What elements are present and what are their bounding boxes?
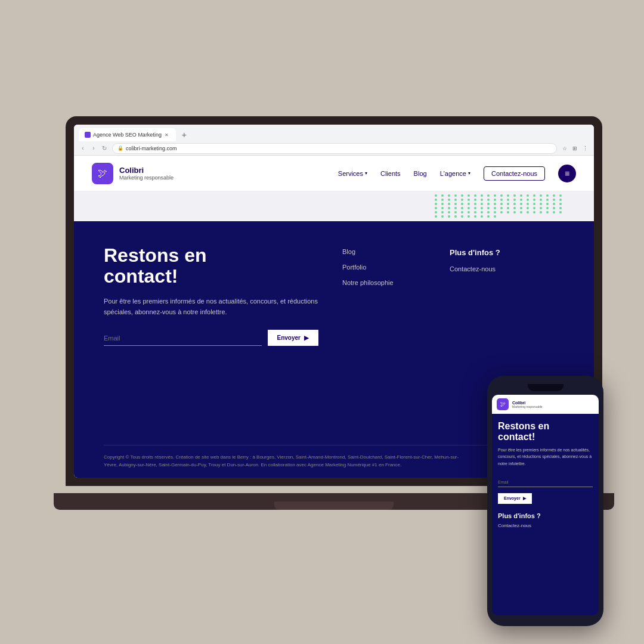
site-nav: 🕊 Colibri Marketing responsable Services… <box>74 156 594 191</box>
footer-menu-blog[interactable]: Blog <box>342 248 426 255</box>
footer-email-input[interactable] <box>104 331 262 346</box>
lock-icon: 🔒 <box>117 145 123 151</box>
nav-link-blog[interactable]: Blog <box>414 170 427 177</box>
phone-logo-icon: 🕊 <box>497 398 509 410</box>
site-nav-links: Services ▾ Clients Blog L'agence ▾ Conta… <box>338 165 576 182</box>
logo-name: Colibri <box>119 166 174 175</box>
footer-send-button[interactable]: Envoyer ▶ <box>268 330 318 346</box>
arrow-right-icon: ▶ <box>304 335 309 341</box>
address-bar[interactable]: 🔒 colibri-marketing.com <box>112 143 557 154</box>
scene: Agence Web SEO Marketing ✕ + ‹ › ↻ 🔒 <box>0 0 644 644</box>
phone-send-button[interactable]: Envoyer ▶ <box>498 493 532 504</box>
phone-logo-text: Colibri Marketing responsable <box>512 401 543 408</box>
footer-heading: Restons en contact! <box>104 245 318 287</box>
site-hero <box>74 191 594 221</box>
footer-section-title: Plus d'infos ? <box>450 248 533 257</box>
browser-chrome: Agence Web SEO Marketing ✕ + ‹ › ↻ 🔒 <box>74 125 594 156</box>
tab-close-icon[interactable]: ✕ <box>164 132 170 138</box>
refresh-button[interactable]: ↻ <box>100 144 109 153</box>
browser-actions: ☆ ⊞ ⋮ <box>561 144 589 153</box>
chevron-down-icon: ▾ <box>468 171 470 176</box>
browser-nav-buttons: ‹ › ↻ <box>79 144 109 153</box>
phone-notch <box>528 384 564 391</box>
laptop-base-inner <box>274 501 394 510</box>
dots-pattern <box>435 194 564 218</box>
phone-nav: 🕊 Colibri Marketing responsable <box>492 395 599 414</box>
chevron-down-icon: ▾ <box>365 171 367 176</box>
phone-logo-name: Colibri <box>512 401 543 405</box>
nav-link-agence[interactable]: L'agence ▾ <box>440 170 470 177</box>
phone-heading: Restons en contact! <box>498 421 593 442</box>
browser-addressbar: ‹ › ↻ 🔒 colibri-marketing.com ☆ ⊞ ⋮ <box>74 141 594 155</box>
contact-button[interactable]: Contactez-nous <box>484 166 545 181</box>
forward-button[interactable]: › <box>89 144 98 153</box>
phone-content: Restons en contact! Pour être les premie… <box>492 414 599 615</box>
back-button[interactable]: ‹ <box>79 144 87 153</box>
extension-icon[interactable]: ⊞ <box>571 144 579 153</box>
phone-screen: 🕊 Colibri Marketing responsable Restons … <box>492 395 599 615</box>
footer-left: Restons en contact! Pour être les premie… <box>104 245 318 433</box>
tab-label: Agence Web SEO Marketing <box>93 132 162 138</box>
footer-middle: Blog Portfolio Notre philosophie <box>342 245 426 433</box>
footer-email-row: Envoyer ▶ <box>104 330 318 346</box>
footer-description: Pour être les premiers informés de nos a… <box>104 296 318 317</box>
menu-icon[interactable]: ⋮ <box>581 144 589 153</box>
browser-tab[interactable]: Agence Web SEO Marketing ✕ <box>79 128 176 141</box>
phone-logo-tagline: Marketing responsable <box>512 405 543 408</box>
footer-menu-portfolio[interactable]: Portfolio <box>342 264 426 271</box>
bookmark-icon[interactable]: ☆ <box>561 144 569 153</box>
nav-link-clients[interactable]: Clients <box>380 170 401 177</box>
phone: 🕊 Colibri Marketing responsable Restons … <box>487 376 603 626</box>
phone-contact-link[interactable]: Contactez-nous <box>498 523 593 528</box>
footer-copyright: Copyright © Tous droits réservés. Créati… <box>104 454 468 469</box>
nav-link-services[interactable]: Services ▾ <box>338 170 367 177</box>
new-tab-button[interactable]: + <box>178 128 190 141</box>
phone-arrow-icon: ▶ <box>523 496 526 501</box>
footer-menu-philosophie[interactable]: Notre philosophie <box>342 279 426 286</box>
logo-icon: 🕊 <box>92 163 113 184</box>
phone-description: Pour être les premiers informés de nos a… <box>498 447 593 467</box>
hamburger-button[interactable]: ≡ <box>558 165 576 182</box>
phone-section-title: Plus d'infos ? <box>498 512 593 519</box>
tab-favicon <box>85 132 91 138</box>
browser-tabs: Agence Web SEO Marketing ✕ + <box>74 125 594 141</box>
site-logo: 🕊 Colibri Marketing responsable <box>92 163 174 184</box>
logo-tagline: Marketing responsable <box>119 175 174 181</box>
logo-text: Colibri Marketing responsable <box>119 166 174 181</box>
url-text: colibri-marketing.com <box>126 145 177 151</box>
phone-email-input[interactable] <box>498 478 593 487</box>
footer-contact-link[interactable]: Contactez-nous <box>450 265 533 273</box>
